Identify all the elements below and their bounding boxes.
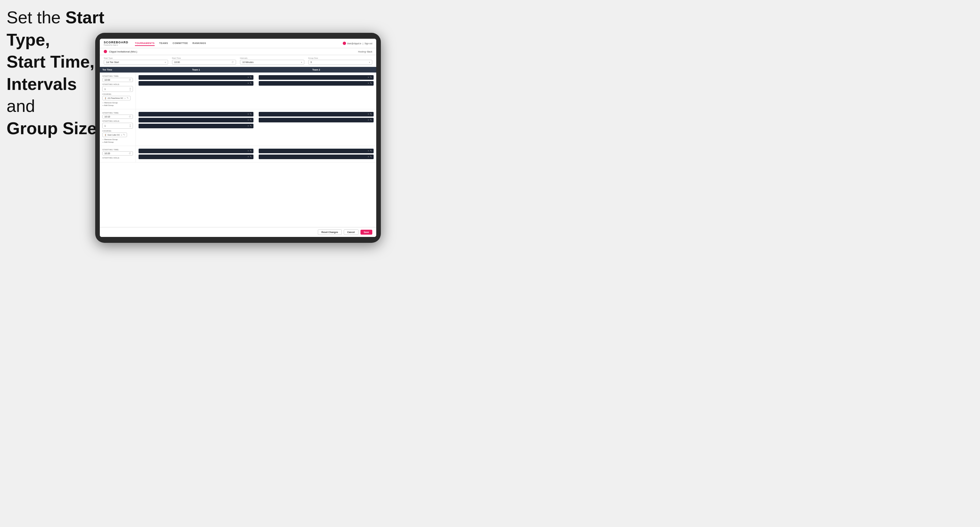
group-size-label: Group Size xyxy=(308,57,372,59)
player-remove-icon-2-t1-1[interactable]: × xyxy=(248,113,249,116)
instruction-line1: Set the xyxy=(6,8,65,27)
team2-cell-3: × ✎ × ✎ xyxy=(256,146,376,162)
player-row-3-t2-r1: × ✎ xyxy=(259,149,374,153)
course-edit-1[interactable]: ✎ xyxy=(127,97,129,99)
intervals-config: Intervals 10 Minutes ▾ xyxy=(240,57,304,65)
course-icon-2: 🏌 xyxy=(104,134,107,136)
player-remove-icon-3-t1-1[interactable]: × xyxy=(248,150,249,152)
course-remove-x-1[interactable]: × xyxy=(124,97,126,99)
starting-hole-label-3: STARTING HOLE: xyxy=(102,157,133,159)
player-remove-icon[interactable]: × xyxy=(248,76,249,79)
player-remove-icon-t2-2[interactable]: × xyxy=(368,82,369,85)
starting-time-input-1[interactable]: 10:00 ⏱ xyxy=(102,78,133,82)
team2-cell-1: × ✎ × ✎ xyxy=(256,73,376,109)
start-time-value: 10:00 xyxy=(174,61,180,63)
add-group-2[interactable]: + Add Group xyxy=(102,141,133,143)
player-icons-3-t2-1: × ✎ xyxy=(368,150,372,152)
course-tag-2[interactable]: 🏌 East Lake GC × ✎ xyxy=(102,133,127,137)
player-edit-icon-t2-1[interactable]: ✎ xyxy=(370,76,372,79)
starting-time-input-2[interactable]: 10:10 ⏱ xyxy=(102,114,133,119)
player-icons-2-t1-2: × ✎ xyxy=(248,119,252,121)
sign-out-link[interactable]: Sign out xyxy=(364,42,372,44)
starting-time-label-2: STARTING TIME: xyxy=(102,112,133,114)
player-row-2-t2-r1: × ✎ xyxy=(259,112,374,116)
reset-changes-button[interactable]: Reset Changes xyxy=(318,229,342,235)
player-edit-icon-3-t1-2[interactable]: ✎ xyxy=(250,156,252,158)
player-remove-icon-2-t2-1[interactable]: × xyxy=(368,113,369,116)
add-group-1[interactable]: + Add Group xyxy=(102,104,133,106)
tab-teams[interactable]: TEAMS xyxy=(159,41,168,46)
remove-group-2[interactable]: ○ Remove Group xyxy=(102,138,133,140)
start-type-config: Start Type 1st Tee Start ▾ xyxy=(104,57,168,65)
tab-tournaments[interactable]: TOURNAMENTS xyxy=(135,41,154,46)
group-size-select[interactable]: 3 ▾ xyxy=(308,60,372,65)
player-icons-t2-1: × ✎ xyxy=(368,76,372,79)
start-time-select[interactable]: 10:00 ⏱ xyxy=(172,60,236,65)
table-header: Tee Time Team 1 Team 2 xyxy=(100,67,376,73)
course-remove-x-2[interactable]: × xyxy=(121,134,122,136)
course-name-2: East Lake GC xyxy=(108,134,120,136)
player-edit-icon-3-t1-1[interactable]: ✎ xyxy=(250,150,252,152)
group-row-2: STARTING TIME: 10:10 ⏱ STARTING HOLE: 1 … xyxy=(100,109,376,146)
player-row-1-t1-r1: × ✎ xyxy=(138,75,253,80)
instruction-line3: Intervals xyxy=(6,75,77,94)
player-remove-icon-3-t1-2[interactable]: × xyxy=(248,156,249,158)
player-edit-icon-2-t1-1[interactable]: ✎ xyxy=(250,113,252,116)
save-button[interactable]: Save xyxy=(361,230,372,235)
starting-hole-select-1[interactable]: 1 ▲▼ xyxy=(102,86,133,92)
intervals-select[interactable]: 10 Minutes ▾ xyxy=(240,60,304,65)
player-edit-icon-2-t1-2[interactable]: ✎ xyxy=(250,119,252,121)
remove-group-1[interactable]: ○ Remove Group xyxy=(102,102,133,104)
team1-cell-2: × ✎ × ✎ × ✎ xyxy=(136,109,256,146)
nav-tabs: TOURNAMENTS TEAMS COMMITTEE RANKINGS xyxy=(135,41,343,46)
player-row-1-t2-r1: × ✎ xyxy=(259,75,374,80)
player-edit-icon-2-t1-3[interactable]: ✎ xyxy=(250,125,252,127)
start-type-label: Start Type xyxy=(104,57,168,59)
tablet-frame: SCOREBOARD Powered by clipp.io TOURNAMEN… xyxy=(95,33,381,243)
player-row-2-t1-r3: × ✎ xyxy=(138,124,253,128)
app-logo: SCOREBOARD Powered by clipp.io xyxy=(104,41,128,46)
tab-committee[interactable]: COMMITTEE xyxy=(173,41,188,46)
player-edit-icon-2-t2-1[interactable]: ✎ xyxy=(370,113,372,116)
player-remove-icon-2-t1-3[interactable]: × xyxy=(248,125,249,127)
group-row-1: STARTING TIME: 10:00 ⏱ STARTING HOLE: 1 … xyxy=(100,73,376,109)
chevron-down-icon: ▾ xyxy=(165,61,166,63)
player-edit-icon-2-t2-2[interactable]: ✎ xyxy=(370,119,372,121)
tab-rankings[interactable]: RANKINGS xyxy=(192,41,206,46)
player-edit-icon[interactable]: ✎ xyxy=(250,76,252,79)
player-edit-icon-2[interactable]: ✎ xyxy=(250,82,252,85)
tournament-title: Clippd Invitational (Moi.) xyxy=(109,50,356,53)
back-link[interactable]: ‹ Back xyxy=(366,51,372,53)
player-row-2-t1-r1: × ✎ xyxy=(138,112,253,116)
starting-hole-select-2[interactable]: 1 ▲▼ xyxy=(102,123,133,129)
player-remove-icon-2[interactable]: × xyxy=(248,82,249,85)
hole-arrows-1: ▲▼ xyxy=(129,87,131,91)
tee-time-cell-2: STARTING TIME: 10:10 ⏱ STARTING HOLE: 1 … xyxy=(100,109,136,146)
player-edit-icon-3-t2-2[interactable]: ✎ xyxy=(370,156,372,158)
player-remove-icon-3-t2-2[interactable]: × xyxy=(368,156,369,158)
player-remove-icon-2-t2-2[interactable]: × xyxy=(368,119,369,121)
team1-cell-3: × ✎ × ✎ xyxy=(136,146,256,162)
starting-time-input-3[interactable]: 10:20 ⏱ xyxy=(102,151,133,156)
col-team2: Team 2 xyxy=(256,67,376,73)
course-name-1: (A) Peachtree GC xyxy=(108,97,123,99)
cancel-button[interactable]: Cancel xyxy=(344,229,358,235)
course-icon-1: 🏌 xyxy=(104,97,107,99)
player-edit-icon-t2-2[interactable]: ✎ xyxy=(370,82,372,85)
start-type-value: 1st Tee Start xyxy=(106,61,119,63)
team2-cell-2: × ✎ × ✎ xyxy=(256,109,376,146)
group-size-config: Group Size 3 ▾ xyxy=(308,57,372,65)
player-icons-2-t2-2: × ✎ xyxy=(368,119,372,121)
start-type-select[interactable]: 1st Tee Start ▾ xyxy=(104,60,168,65)
player-icons-2-t2-1: × ✎ xyxy=(368,113,372,116)
player-remove-icon-3-t2-1[interactable]: × xyxy=(368,150,369,152)
user-avatar-dot xyxy=(343,42,346,45)
player-remove-icon-t2-1[interactable]: × xyxy=(368,76,369,79)
logo-sub: Powered by clipp.io xyxy=(104,44,128,46)
course-tag-1[interactable]: 🏌 (A) Peachtree GC × ✎ xyxy=(102,96,130,100)
starting-hole-label-2: STARTING HOLE: xyxy=(102,120,133,122)
player-remove-icon-2-t1-2[interactable]: × xyxy=(248,119,249,121)
course-edit-2[interactable]: ✎ xyxy=(123,133,125,136)
tee-time-cell-3: STARTING TIME: 10:20 ⏱ STARTING HOLE: xyxy=(100,146,136,162)
player-edit-icon-3-t2-1[interactable]: ✎ xyxy=(370,150,372,152)
